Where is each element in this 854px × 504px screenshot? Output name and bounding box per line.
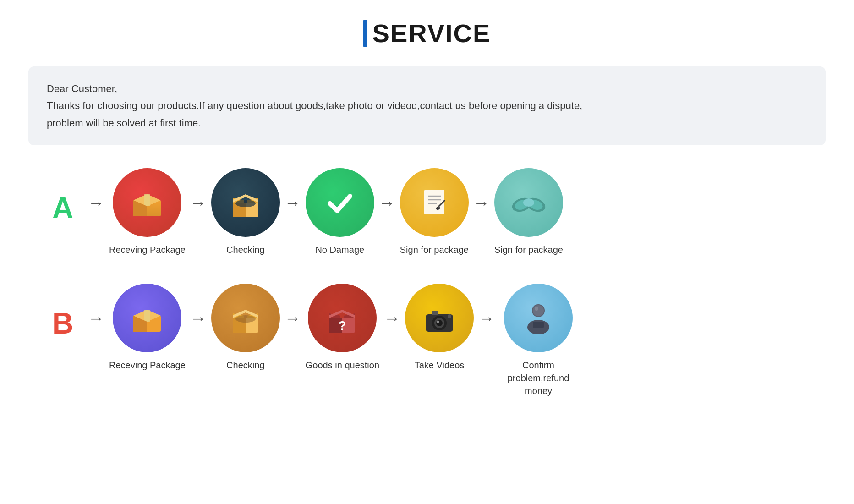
step-a5: Sign for package	[494, 168, 563, 256]
svg-rect-44	[432, 311, 438, 315]
arrow-b1: →	[186, 284, 211, 328]
title-text: SERVICE	[372, 18, 491, 48]
label-a4: Sign for package	[400, 243, 469, 256]
svg-point-17	[436, 207, 439, 210]
arrow-a1: →	[186, 168, 211, 213]
info-line2: Thanks for choosing our products.If any …	[47, 97, 807, 114]
svg-rect-25	[144, 310, 150, 322]
svg-point-43	[437, 321, 439, 323]
info-line1: Dear Customer,	[47, 80, 807, 97]
arrow-b0: →	[83, 284, 109, 328]
label-b3: Goods in question	[306, 359, 379, 372]
step-b4: Take Videos	[405, 284, 474, 372]
step-a2: Checking	[211, 168, 280, 256]
arrow-a2: →	[280, 168, 306, 213]
step-b3: ? Goods in question	[306, 284, 379, 372]
step-b1: Receving Package	[109, 284, 186, 372]
label-b2: Checking	[226, 359, 264, 372]
svg-point-47	[533, 305, 544, 316]
icon-goods-question: ?	[308, 284, 377, 352]
label-a3: No Damage	[315, 243, 364, 256]
svg-rect-3	[144, 194, 150, 206]
step-a1: Receving Package	[109, 168, 186, 256]
title-bar	[363, 20, 367, 47]
arrow-a3: →	[374, 168, 400, 213]
svg-point-32	[235, 315, 256, 323]
label-b4: Take Videos	[415, 359, 465, 372]
row-label-b: B	[42, 284, 83, 340]
arrow-b3: →	[379, 284, 405, 328]
svg-point-50	[535, 307, 538, 311]
info-line3: problem will be solved at first time.	[47, 115, 807, 131]
label-b5: Confirm problem,refund money	[499, 359, 577, 397]
label-a1: Receving Package	[109, 243, 186, 256]
info-box: Dear Customer, Thanks for choosing our p…	[28, 66, 826, 145]
label-a2: Checking	[226, 243, 264, 256]
icon-handshake	[494, 168, 563, 237]
arrow-b2: →	[280, 284, 306, 328]
page-title: SERVICE	[363, 18, 491, 48]
step-a4: Sign for package	[400, 168, 469, 256]
step-b2: Checking	[211, 284, 280, 372]
icon-checking-a	[211, 168, 280, 237]
icon-camera	[405, 284, 474, 352]
svg-text:?: ?	[339, 318, 346, 333]
flow-row-a: A →	[28, 168, 826, 256]
svg-point-45	[448, 314, 451, 318]
icon-receiving-a	[113, 168, 181, 237]
label-b1: Receving Package	[109, 359, 186, 372]
icon-refund	[504, 284, 573, 352]
arrow-b4: →	[474, 284, 499, 328]
svg-rect-11	[424, 190, 444, 214]
svg-point-22	[523, 198, 534, 207]
icon-checking-b	[211, 284, 280, 352]
step-b5: Confirm problem,refund money	[499, 284, 577, 397]
row-label-a: A	[42, 168, 83, 225]
icon-sign-a	[400, 168, 469, 237]
arrow-a4: →	[469, 168, 494, 213]
icon-receiving-b	[113, 284, 181, 352]
icon-no-damage	[306, 168, 374, 237]
step-a3: No Damage	[306, 168, 374, 256]
svg-point-10	[235, 200, 256, 207]
flow-row-b: B → Receving Package →	[28, 284, 826, 397]
arrow-a0: →	[83, 168, 109, 213]
label-a5: Sign for package	[494, 243, 563, 256]
svg-rect-49	[533, 322, 544, 328]
svg-point-42	[436, 320, 443, 326]
